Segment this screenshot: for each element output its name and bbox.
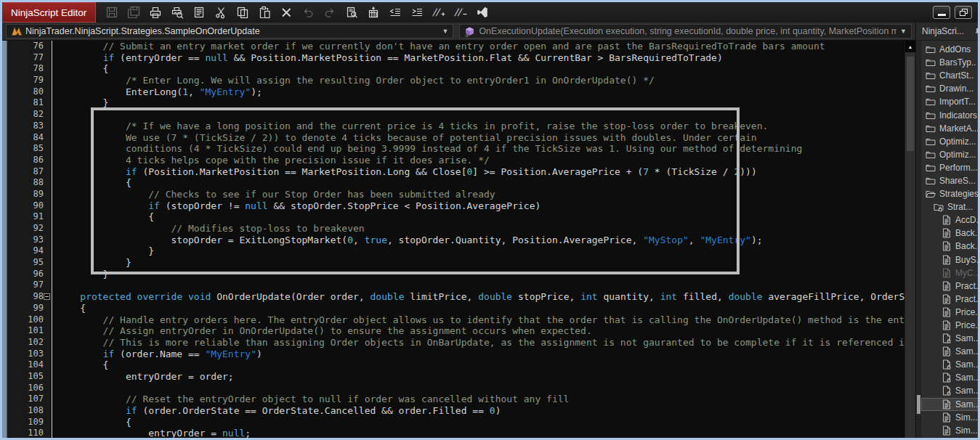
code-line[interactable]: 87 if (Position.MarketPosition == Market… <box>7 166 904 178</box>
copy-button[interactable] <box>235 6 249 20</box>
scroll-up-arrow-icon[interactable]: ▲ <box>905 41 915 52</box>
code-line[interactable]: 92 // Modifies stop-loss to breakeven <box>7 223 904 235</box>
delete-button[interactable] <box>279 6 293 20</box>
explorer-item-sam[interactable]: Sam... <box>921 384 980 397</box>
code-line[interactable]: 101 // Assign entryOrder in OnOrderUpdat… <box>7 325 904 337</box>
explorer-item-chartst[interactable]: ChartSt.. <box>921 69 980 82</box>
explorer-item-pract[interactable]: Pract... <box>921 293 980 306</box>
code-line-text: { <box>52 303 904 314</box>
explorer-scrollbar[interactable] <box>916 41 921 438</box>
code-line[interactable]: 110 entryOrder = null; <box>7 428 904 438</box>
print-button[interactable] <box>148 6 162 20</box>
print-preview-button[interactable] <box>170 6 184 20</box>
explorer-item-myc[interactable]: MyC... <box>921 266 980 280</box>
find-button[interactable] <box>344 6 358 20</box>
explorer-item-pract[interactable]: Pract... <box>921 280 980 293</box>
collapse-region-icon[interactable] <box>44 293 50 300</box>
code-line[interactable]: 79 /* Enter Long. We will assign the res… <box>7 75 904 86</box>
folder-icon <box>926 150 936 160</box>
code-line[interactable]: 85 conditions (4 * TickSize) could end u… <box>7 143 904 155</box>
explorer-item-optimiz[interactable]: Optimiz... <box>921 135 980 148</box>
code-line[interactable]: 76 // Submit an entry market order if we… <box>7 41 904 52</box>
explorer-item-perform[interactable]: Perform... <box>921 161 980 174</box>
code-line[interactable]: 106 <box>7 383 904 394</box>
explorer-item-price[interactable]: Price... <box>921 319 980 332</box>
unindent-button[interactable] <box>388 6 402 20</box>
explorer-item-buys[interactable]: BuyS... <box>921 253 980 266</box>
explorer-item-shares[interactable]: ShareS... <box>921 174 980 187</box>
explorer-item-price[interactable]: Price... <box>921 306 980 319</box>
code-editor[interactable]: 76 // Submit an entry market order if we… <box>7 41 904 438</box>
redo-button[interactable] <box>323 6 336 20</box>
compile-button[interactable] <box>366 6 380 20</box>
code-line[interactable]: 98 protected override void OnOrderUpdate… <box>7 291 904 303</box>
code-line[interactable]: 84 We use (7 * (TickSize / 2)) to denote… <box>7 132 904 144</box>
code-line[interactable]: 108 if (order.OrderState == OrderState.C… <box>7 405 904 417</box>
scrollbar-thumb[interactable] <box>907 57 914 151</box>
code-line[interactable]: 102 // This is more reliable than assign… <box>7 337 904 349</box>
code-line[interactable]: 95 } <box>7 257 904 269</box>
explorer-item-sam[interactable]: Sam... <box>921 358 980 371</box>
method-selector-dropdown[interactable]: ☆ OnExecutionUpdate(Execution execution,… <box>459 24 912 38</box>
code-line[interactable]: 82 <box>7 109 904 121</box>
code-line[interactable]: 86 4 ticks helps cope with the precision… <box>7 155 904 166</box>
code-line[interactable]: 81 } <box>7 97 904 109</box>
page-setup-button[interactable] <box>192 6 206 20</box>
save-button[interactable] <box>105 6 118 20</box>
explorer-item-marketa[interactable]: MarketA... <box>921 122 980 135</box>
code-line[interactable]: 100 // Handle entry orders here. The ent… <box>7 314 904 326</box>
code-line[interactable]: 94 } <box>7 245 904 257</box>
paste-button[interactable] <box>257 6 271 20</box>
code-line[interactable]: 88 { <box>7 177 904 189</box>
class-selector-dropdown[interactable]: NinjaTrader.NinjaScript.Strategies.Sampl… <box>6 24 453 38</box>
code-line[interactable]: 89 // Checks to see if our Stop Order ha… <box>7 189 904 200</box>
explorer-item-sim[interactable]: Sim... <box>921 411 980 424</box>
explorer-item-addons[interactable]: AddOns <box>921 43 980 56</box>
code-line[interactable]: 105 entryOrder = order; <box>7 371 904 383</box>
code-line[interactable]: 103 if (order.Name == "MyEntry") <box>7 349 904 360</box>
code-line[interactable]: 107 // Reset the entryOrder object to nu… <box>7 394 904 405</box>
explorer-item-sam[interactable]: Sam... <box>921 371 980 384</box>
code-line[interactable]: 97 <box>7 280 904 291</box>
save-all-button[interactable] <box>126 6 140 20</box>
explorer-item-sam[interactable]: Sam... <box>921 332 980 345</box>
explorer-item-drawin[interactable]: Drawin... <box>921 82 980 95</box>
explorer-item-accd[interactable]: AccD... <box>921 213 980 227</box>
explorer-item-sim[interactable]: Sim... <box>921 424 980 437</box>
code-line[interactable]: 80 EnterLong(1, "MyEntry"); <box>7 86 904 98</box>
toolbar: //// <box>105 6 489 20</box>
comment-selection-button[interactable]: // <box>432 6 445 20</box>
code-line[interactable]: 77 if (entryOrder == null && Position.Ma… <box>7 52 904 64</box>
explorer-item-importt[interactable]: ImportT... <box>921 95 980 108</box>
explorer-item-sam[interactable]: Sam... <box>921 345 980 358</box>
code-line[interactable]: 93 stopOrder = ExitLongStopMarket(0, tru… <box>7 235 904 246</box>
explorer-scrollbar-thumb[interactable] <box>917 395 920 414</box>
editor-tab[interactable]: NinjaScript Editor <box>2 2 96 23</box>
explorer-item-back[interactable]: Back... <box>921 240 980 253</box>
code-line[interactable]: 90 if (stopOrder != null && stopOrder.St… <box>7 200 904 212</box>
cut-button[interactable] <box>214 6 227 20</box>
explorer-item-barstyp[interactable]: BarsTyp.. <box>921 56 980 69</box>
code-line[interactable]: 99 { <box>7 303 904 314</box>
explorer-item-back[interactable]: Back... <box>921 227 980 240</box>
uncomment-selection-button[interactable]: // <box>453 6 467 20</box>
explorer-item-strategies[interactable]: Strategies <box>921 187 980 200</box>
code-line[interactable]: 91 { <box>7 211 904 223</box>
code-line[interactable]: 96 } <box>7 269 904 280</box>
code-line[interactable]: 83 /* If we have a long position and the… <box>7 121 904 132</box>
minimize-button[interactable] <box>933 6 950 19</box>
restore-button[interactable] <box>955 6 972 19</box>
explorer-item-optimiz[interactable]: Optimiz... <box>921 148 980 161</box>
explorer-item-strat[interactable]: Strat... <box>921 200 980 213</box>
pin-icon[interactable] <box>973 27 980 36</box>
explorer-item-indicators[interactable]: Indicators <box>921 108 980 121</box>
code-line[interactable]: 104 { <box>7 359 904 371</box>
editor-vertical-scrollbar[interactable]: ▲ <box>904 41 915 438</box>
explorer-item-sam[interactable]: Sam... <box>921 398 980 411</box>
code-line[interactable]: 78 { <box>7 63 904 75</box>
edit-in-visual-studio-button[interactable] <box>475 6 489 20</box>
code-line-text: // Reset the entryOrder object to null i… <box>52 394 904 405</box>
code-line[interactable]: 109 { <box>7 417 904 428</box>
undo-button[interactable] <box>301 6 315 20</box>
indent-button[interactable] <box>410 6 424 20</box>
